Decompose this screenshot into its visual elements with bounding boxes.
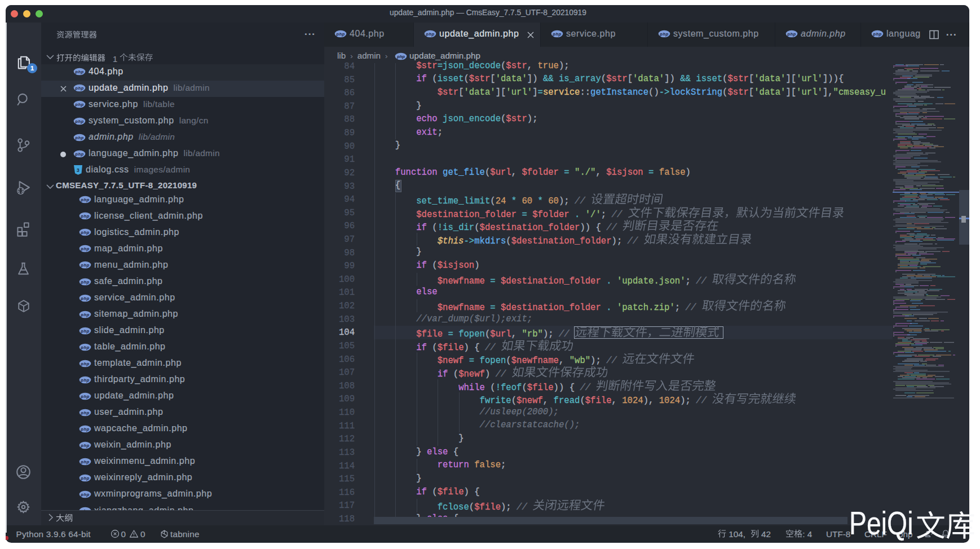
svg-text:php: php [74, 151, 84, 156]
svg-text:3: 3 [77, 167, 80, 173]
svg-text:php: php [80, 344, 90, 349]
svg-text:php: php [80, 476, 90, 481]
svg-text:php: php [74, 86, 84, 91]
svg-text:php: php [80, 328, 90, 333]
svg-text:php: php [80, 263, 90, 268]
svg-text:php: php [80, 443, 90, 448]
svg-text:php: php [80, 295, 90, 300]
svg-text:php: php [74, 135, 84, 140]
svg-text:php: php [74, 69, 84, 74]
svg-text:php: php [396, 54, 405, 59]
svg-text:php: php [80, 279, 90, 284]
svg-text:php: php [425, 32, 435, 37]
svg-text:php: php [80, 410, 90, 415]
svg-text:php: php [74, 102, 84, 107]
svg-text:php: php [336, 32, 345, 37]
svg-text:php: php [80, 459, 90, 464]
svg-text:php: php [80, 312, 90, 317]
svg-text:php: php [872, 32, 882, 37]
svg-text:php: php [552, 32, 562, 37]
svg-text:php: php [80, 393, 90, 399]
svg-text:php: php [659, 32, 669, 37]
svg-text:php: php [74, 118, 84, 123]
svg-text:php: php [80, 427, 90, 432]
svg-text:php: php [80, 214, 90, 219]
svg-text:php: php [80, 377, 90, 382]
svg-text:php: php [80, 197, 90, 202]
svg-text:php: php [80, 492, 90, 497]
svg-text:php: php [787, 32, 796, 37]
svg-text:php: php [80, 230, 90, 235]
svg-text:php: php [80, 361, 90, 366]
svg-text:php: php [80, 246, 90, 251]
